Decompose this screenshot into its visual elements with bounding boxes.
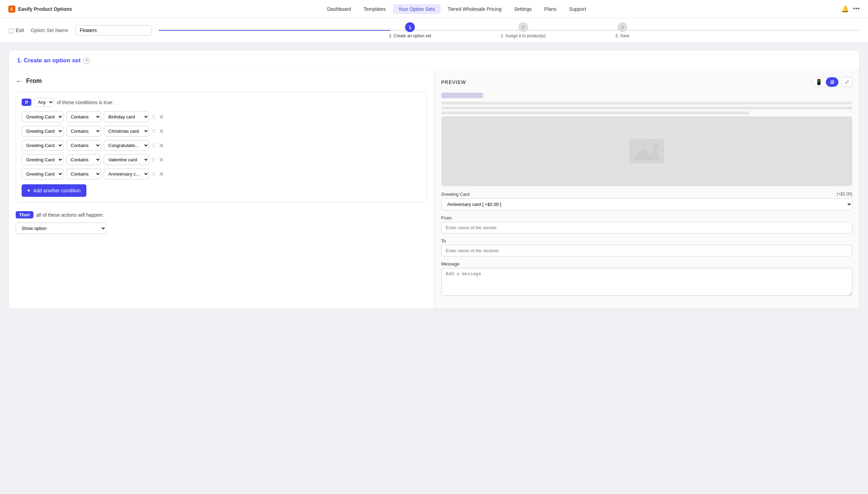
expand-preview-button[interactable]: ⤢ [842,77,852,87]
condition-field-select-5[interactable]: Greeting Card [22,169,63,179]
drag-handle-icon-5: ⠿ [152,171,156,177]
stepper: 1 1. Create an option set 2 2. Assign it… [159,22,860,38]
nav-plans[interactable]: Plans [539,4,562,14]
two-column-layout: ← From If Any All of these conditions is… [9,70,859,309]
condition-value-select-3[interactable]: Congratulatio... [104,140,149,151]
option-set-name-label: Option Set Name [31,28,68,33]
conditions-box: If Any All of these conditions is true: … [16,92,427,203]
exit-button[interactable]: ⬚ Exit [8,27,24,34]
remove-condition-button-3[interactable]: ✕ [159,142,164,149]
condition-field-select-2[interactable]: Greeting Card [22,126,63,137]
condition-operator-select-5[interactable]: Contains [66,169,101,179]
card-header: 1. Create an option set ? [9,50,859,70]
topbar: E Easify Product Options Dashboard Templ… [0,0,868,18]
plus-icon: + [27,187,30,194]
condition-operator-select-2[interactable]: Contains [66,126,101,137]
actions-text: all of these actions will happen: [36,212,104,218]
nav-your-option-sets[interactable]: Your Option Sets [393,4,441,14]
preview-desktop-button[interactable]: 🖥 [826,77,838,87]
section-title: 1. Create an option set [17,57,80,64]
right-column: PREVIEW 📱 🖥 ⤢ [434,70,860,309]
step-label-1: 1. Create an option set [389,33,431,38]
main-content: 1. Create an option set ? ← From If Any [0,43,868,316]
nav-tiered-wholesale-pricing[interactable]: Tiered Wholesale Pricing [442,4,507,14]
nav-settings[interactable]: Settings [509,4,537,14]
mobile-icon: 📱 [815,79,822,85]
product-title-placeholder [441,93,483,98]
main-card: 1. Create an option set ? ← From If Any [8,50,860,309]
condition-value-select-5[interactable]: Anniversary c... [104,169,149,179]
greeting-card-price: (+$2.00) [837,192,852,197]
app-name: Easify Product Options [18,6,72,12]
condition-operator-select-3[interactable]: Contains [66,140,101,151]
card-title: 1. Create an option set ? [17,57,851,64]
then-section: Then all of these actions will happen: S… [16,211,427,234]
from-title: From [26,77,42,85]
any-select[interactable]: Any All [34,98,54,107]
from-label: From [441,215,853,221]
expand-icon: ⤢ [845,79,849,85]
add-condition-label: Add another condition [33,188,80,193]
preview-mobile-button[interactable]: 📱 [812,77,826,87]
left-column: ← From If Any All of these conditions is… [9,70,434,309]
condition-field-select-4[interactable]: Greeting Card [22,154,63,165]
condition-row: Greeting Card Contains Valentine card ⠿ … [22,154,421,165]
remove-condition-button-4[interactable]: ✕ [159,157,164,163]
drag-handle-icon-1: ⠿ [152,114,156,120]
preview-header: PREVIEW 📱 🖥 ⤢ [441,77,853,87]
stepper-step-3: 3 3. Save [615,22,630,38]
drag-handle-icon-3: ⠿ [152,143,156,148]
remove-condition-button-5[interactable]: ✕ [159,171,164,177]
preview-controls: 📱 🖥 ⤢ [812,77,852,87]
stepper-step-1: 1 1. Create an option set [389,22,431,38]
to-input[interactable] [441,245,853,256]
top-nav: Dashboard Templates Your Option Sets Tie… [321,4,591,14]
conditions-text: of these conditions is true: [57,100,114,105]
drag-handle-icon-4: ⠿ [152,157,156,163]
from-header: ← From [16,77,427,85]
conditions-header: If Any All of these conditions is true: [22,98,421,107]
product-image-svg [629,137,664,165]
condition-operator-select-1[interactable]: Contains [66,111,101,122]
exit-label: Exit [16,28,24,33]
exit-icon: ⬚ [8,27,14,34]
app-brand: E Easify Product Options [8,6,72,13]
stepper-track-fill [159,30,390,31]
condition-value-select-1[interactable]: Birthday card [104,111,149,122]
action-select[interactable]: Show option [16,223,106,234]
condition-value-select-4[interactable]: Valentine card [104,154,149,165]
condition-row: Greeting Card Contains Anniversary c... … [22,169,421,179]
back-arrow-icon[interactable]: ← [16,77,23,85]
condition-field-select-1[interactable]: Greeting Card [22,111,63,122]
if-badge: If [22,99,31,106]
condition-value-select-2[interactable]: Christmas card [104,126,149,137]
then-badge: Then [16,211,33,218]
condition-row: Greeting Card Contains Christmas card ⠿ … [22,126,421,137]
app-logo: E [8,6,15,13]
add-condition-button[interactable]: + Add another condition [22,184,86,197]
nav-templates[interactable]: Templates [358,4,392,14]
step-circle-3: 3 [618,22,627,32]
remove-condition-button-1[interactable]: ✕ [159,114,164,120]
step-circle-2: 2 [518,22,528,32]
desktop-icon: 🖥 [829,79,835,85]
product-line-1 [441,102,853,105]
nav-dashboard[interactable]: Dashboard [321,4,357,14]
drag-handle-icon-2: ⠿ [152,129,156,134]
condition-operator-select-4[interactable]: Contains [66,154,101,165]
condition-field-select-3[interactable]: Greeting Card [22,140,63,151]
nav-support[interactable]: Support [564,4,592,14]
stepper-steps: 1 1. Create an option set 2 2. Assign it… [389,22,629,38]
message-textarea[interactable] [441,268,853,296]
svg-point-2 [653,143,658,149]
info-icon[interactable]: ? [83,57,90,64]
notification-icon[interactable]: 🔔 [841,5,849,13]
remove-condition-button-2[interactable]: ✕ [159,128,164,134]
condition-row: Greeting Card Contains Birthday card ⠿ ✕ [22,111,421,122]
greeting-card-select[interactable]: Anniversary card [ +$2.00 ] [441,198,853,210]
more-options-icon[interactable]: ••• [853,5,860,13]
option-set-name-input[interactable] [75,25,152,36]
from-input[interactable] [441,222,853,233]
message-field: Message [441,261,853,297]
from-field: From [441,215,853,233]
